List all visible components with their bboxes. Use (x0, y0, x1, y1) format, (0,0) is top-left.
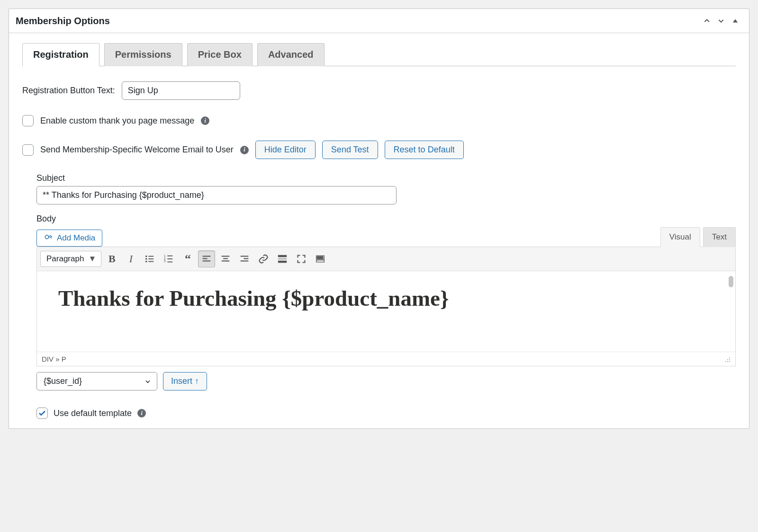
send-welcome-checkbox[interactable] (22, 144, 34, 156)
registration-button-text-input[interactable] (122, 81, 240, 100)
format-select-value: Paragraph (46, 254, 84, 264)
variable-select[interactable]: {$user_id} (36, 372, 157, 390)
registration-button-text-row: Registration Button Text: (22, 81, 736, 100)
metabox-title: Membership Options (16, 16, 700, 27)
svg-rect-17 (223, 258, 228, 259)
editor-mode-tabs: Visual Text (660, 227, 736, 247)
fullscreen-icon[interactable] (293, 250, 310, 267)
svg-rect-12 (168, 262, 173, 263)
format-select[interactable]: Paragraph ▼ (40, 251, 101, 267)
numbered-list-icon[interactable]: 123 (160, 250, 177, 267)
tab-price-box[interactable]: Price Box (187, 43, 253, 66)
toggle-collapse-icon[interactable] (728, 14, 742, 28)
align-center-icon[interactable] (217, 250, 234, 267)
svg-point-3 (145, 258, 147, 260)
svg-point-33 (729, 359, 730, 360)
svg-point-1 (145, 256, 147, 257)
svg-rect-27 (319, 257, 320, 258)
svg-point-34 (725, 361, 726, 362)
editor-content-area[interactable]: Thanks for Purchasing {$product_name} (37, 271, 735, 352)
toolbar-toggle-icon[interactable] (312, 250, 329, 267)
align-right-icon[interactable] (236, 250, 253, 267)
move-up-icon[interactable] (700, 14, 714, 28)
editor-text-tab[interactable]: Text (703, 227, 736, 247)
membership-options-metabox: Membership Options Registration Permissi… (9, 9, 749, 429)
svg-rect-21 (241, 260, 249, 261)
link-icon[interactable] (255, 250, 272, 267)
send-test-button[interactable]: Send Test (322, 141, 378, 159)
add-media-button[interactable]: Add Media (36, 230, 102, 247)
svg-point-32 (727, 359, 728, 360)
editor-visual-tab[interactable]: Visual (660, 227, 700, 247)
svg-point-5 (145, 261, 147, 263)
registration-button-text-label: Registration Button Text: (22, 86, 115, 96)
tab-registration[interactable]: Registration (22, 43, 99, 66)
svg-rect-28 (320, 257, 322, 258)
default-template-checkbox[interactable] (36, 408, 48, 419)
tab-permissions[interactable]: Permissions (104, 43, 182, 66)
resize-grip-icon[interactable] (724, 356, 731, 363)
svg-rect-4 (149, 258, 154, 259)
editor-body-heading: Thanks for Purchasing {$product_name} (58, 285, 714, 311)
enable-thankyou-checkbox[interactable] (22, 115, 34, 126)
svg-rect-23 (278, 258, 287, 259)
body-label: Body (36, 214, 736, 224)
subject-label: Subject (36, 173, 736, 183)
chevron-down-icon (144, 378, 151, 385)
insert-variable-button[interactable]: Insert ↑ (163, 372, 207, 390)
svg-rect-22 (278, 255, 287, 257)
svg-rect-26 (317, 257, 319, 258)
variable-select-value: {$user_id} (44, 376, 82, 386)
subject-input[interactable] (36, 186, 397, 204)
send-welcome-row: Send Membership-Specific Welcome Email t… (22, 141, 736, 159)
svg-point-31 (729, 357, 730, 358)
svg-point-0 (45, 235, 49, 239)
move-down-icon[interactable] (714, 14, 728, 28)
svg-text:3: 3 (164, 259, 166, 263)
svg-rect-15 (203, 260, 211, 261)
align-left-icon[interactable] (198, 250, 215, 267)
enable-thankyou-row: Enable custom thank you page message i (22, 115, 736, 126)
reset-default-button[interactable]: Reset to Default (385, 141, 464, 159)
svg-rect-2 (149, 256, 154, 257)
svg-rect-8 (168, 256, 173, 257)
svg-point-36 (729, 361, 730, 362)
enable-thankyou-label: Enable custom thank you page message (40, 116, 194, 126)
info-icon[interactable]: i (240, 146, 249, 154)
svg-rect-13 (203, 256, 211, 257)
italic-icon[interactable]: I (122, 250, 139, 267)
default-template-row: Use default template i (36, 408, 736, 419)
metabox-body: Registration Permissions Price Box Advan… (9, 33, 749, 428)
svg-rect-6 (149, 261, 154, 262)
svg-rect-30 (316, 260, 325, 262)
info-icon[interactable]: i (201, 116, 209, 125)
svg-point-35 (727, 361, 728, 362)
svg-rect-16 (222, 256, 230, 257)
svg-rect-18 (222, 260, 230, 261)
editor-toolbar: Paragraph ▼ B I 123 “ (37, 247, 735, 271)
wysiwyg-editor: Paragraph ▼ B I 123 “ (36, 247, 736, 366)
bulleted-list-icon[interactable] (141, 250, 158, 267)
svg-rect-20 (244, 258, 249, 259)
media-icon (44, 234, 53, 242)
blockquote-icon[interactable]: “ (179, 250, 196, 267)
bold-icon[interactable]: B (103, 250, 120, 267)
svg-rect-14 (203, 258, 208, 259)
editor-header: Add Media Visual Text (36, 227, 736, 247)
svg-rect-29 (322, 257, 324, 258)
info-icon[interactable]: i (137, 409, 146, 417)
editor-path-text[interactable]: DIV » P (42, 355, 66, 363)
add-media-label: Add Media (57, 233, 95, 243)
tab-nav: Registration Permissions Price Box Advan… (22, 43, 736, 66)
svg-rect-10 (168, 258, 173, 259)
metabox-header: Membership Options (9, 9, 749, 33)
scrollbar-thumb[interactable] (729, 276, 733, 287)
caret-down-icon: ▼ (89, 254, 97, 264)
read-more-icon[interactable] (274, 250, 291, 267)
hide-editor-button[interactable]: Hide Editor (255, 141, 316, 159)
email-editor-section: Subject Body Add Media Visual Text (36, 173, 736, 419)
tab-advanced[interactable]: Advanced (257, 43, 325, 66)
svg-rect-19 (241, 256, 249, 257)
variable-insert-row: {$user_id} Insert ↑ (36, 372, 736, 390)
send-welcome-label: Send Membership-Specific Welcome Email t… (40, 145, 234, 155)
